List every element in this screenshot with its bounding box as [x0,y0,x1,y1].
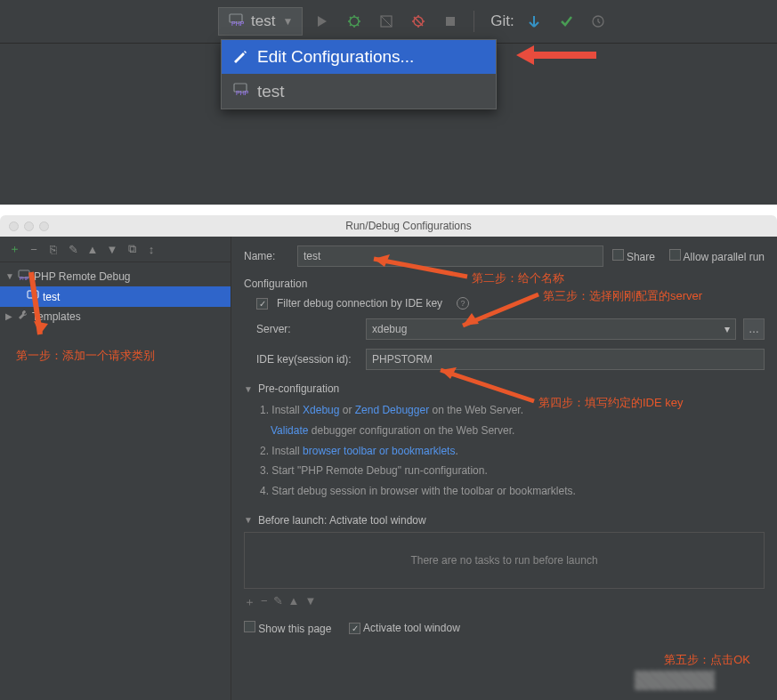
preconfig-text: 2. Install [260,445,303,457]
window-controls [9,221,49,231]
close-window-button[interactable] [9,221,19,231]
edit-configurations-item[interactable]: Edit Configurations... [222,40,496,74]
ide-key-input[interactable] [366,349,765,370]
move-task-down-button[interactable]: ▼ [304,594,316,610]
run-config-dropdown: Edit Configurations... PHP test [221,39,497,109]
config-item-label: test [257,82,285,101]
before-launch-label: Before launch: Activate tool window [258,514,426,527]
help-icon[interactable]: ? [457,297,469,310]
show-page-row[interactable]: Show this page [244,621,331,635]
git-commit-button[interactable] [554,9,579,34]
zend-debugger-link[interactable]: Zend Debugger [355,404,429,416]
name-input[interactable] [297,245,603,267]
validate-link[interactable]: Validate [271,424,308,437]
svg-text:PHP: PHP [231,20,244,27]
wrench-icon [18,310,28,323]
php-icon: PHP [228,12,244,31]
tree-node-label: Templates [32,310,81,323]
annotation-arrow-icon [516,43,596,71]
activate-window-row[interactable]: Activate tool window [349,622,459,634]
chevron-down-icon: ▼ [244,384,253,394]
main-toolbar: PHP test ▼ Git: [0,0,777,44]
config-sidebar: ＋ − ⎘ ✎ ▲ ▼ ⧉ ↕ ▼ PHP PHP Remote Debug t… [0,237,231,700]
git-history-button[interactable] [586,9,611,34]
preconfig-list: 1. Install Xdebug or Zend Debugger on th… [244,400,765,502]
before-launch-box: There are no tasks to run before launch [244,532,765,589]
expand-button[interactable]: ↕ [142,240,160,258]
name-label: Name: [244,250,288,262]
coverage-button[interactable] [374,9,399,34]
remove-config-button[interactable]: − [25,240,43,258]
svg-text:PHP: PHP [236,90,248,96]
share-checkbox[interactable] [612,249,624,261]
edit-task-button[interactable]: ✎ [273,594,283,610]
filter-ide-key-label: Filter debug connection by IDE key [277,297,442,310]
activate-window-label: Activate tool window [363,622,460,634]
config-tree: ▼ PHP PHP Remote Debug test ▶ Templates [0,262,231,329]
git-update-button[interactable] [522,9,546,34]
blurred-region [635,671,715,690]
remove-task-button[interactable]: − [261,594,268,610]
share-checkbox-row[interactable]: Share [612,249,655,263]
dialog-titlebar: Run/Debug Configurations [0,215,777,237]
move-task-up-button[interactable]: ▲ [288,594,300,610]
add-config-button[interactable]: ＋ [5,240,23,258]
copy-config-button[interactable]: ⎘ [45,240,62,258]
show-page-checkbox[interactable] [244,621,255,632]
preconfig-text: on the Web Server. [429,404,523,416]
chevron-down-icon: ▼ [282,15,293,28]
folder-button[interactable]: ⧉ [123,240,141,258]
pencil-icon [232,49,248,65]
filter-ide-key-checkbox[interactable] [256,298,268,310]
sidebar-toolbar: ＋ − ⎘ ✎ ▲ ▼ ⧉ ↕ [0,237,231,262]
minimize-window-button[interactable] [24,221,34,231]
preconfig-text: or [339,404,354,416]
php-icon: PHP [18,269,30,284]
preconfig-text: debugger configuration on the Web Server… [308,424,514,437]
tree-node-templates[interactable]: ▶ Templates [0,307,231,326]
allow-parallel-checkbox[interactable] [669,249,681,261]
zoom-window-button[interactable] [39,221,49,231]
git-label: Git: [490,12,514,30]
php-icon: PHP [232,81,248,101]
config-item-test[interactable]: PHP test [222,74,496,109]
show-page-label: Show this page [258,623,331,635]
server-select[interactable]: xdebug ▾ [366,318,736,340]
preconfig-label: Pre-configuration [258,382,339,395]
run-config-selector[interactable]: PHP test ▼ [218,7,303,36]
debug-button[interactable] [342,9,367,34]
xdebug-link[interactable]: Xdebug [303,404,339,416]
chevron-down-icon: ▼ [244,515,253,525]
add-task-button[interactable]: ＋ [244,594,255,610]
stop-debug-button[interactable] [406,9,431,34]
settings-button[interactable]: ✎ [64,240,82,258]
before-launch-header[interactable]: ▼ Before launch: Activate tool window [244,514,765,527]
php-icon [27,289,39,304]
stop-button[interactable] [438,9,463,34]
preconfig-text: 4. Start debug session in browser with t… [260,481,765,502]
svg-text:PHP: PHP [20,276,29,281]
allow-parallel-row[interactable]: Allow parallel run [669,249,765,263]
toolbar-divider [473,11,474,32]
server-label: Server: [256,323,359,335]
chevron-down-icon: ▾ [724,323,730,335]
preconfig-header[interactable]: ▼ Pre-configuration [244,382,765,395]
svg-rect-12 [28,291,38,298]
preconfig-text: . [455,445,457,457]
server-value: xdebug [372,323,407,335]
server-browse-button[interactable]: … [743,318,765,340]
move-down-button[interactable]: ▼ [103,240,121,258]
svg-rect-6 [446,17,455,26]
tree-node-test[interactable]: test [0,286,231,307]
tree-node-label: test [43,291,60,303]
browser-toolbar-link[interactable]: browser toolbar or bookmarklets [303,445,455,457]
tree-node-php-remote-debug[interactable]: ▼ PHP PHP Remote Debug [0,266,231,286]
move-up-button[interactable]: ▲ [84,240,101,258]
allow-parallel-label: Allow parallel run [684,251,765,263]
run-config-name: test [251,12,275,30]
tree-node-label: PHP Remote Debug [34,270,131,283]
activate-window-checkbox[interactable] [349,623,360,634]
run-button[interactable] [310,9,335,34]
config-main-panel: Name: Share Allow parallel run Configura… [231,237,777,700]
configuration-section-label: Configuration [244,278,765,290]
